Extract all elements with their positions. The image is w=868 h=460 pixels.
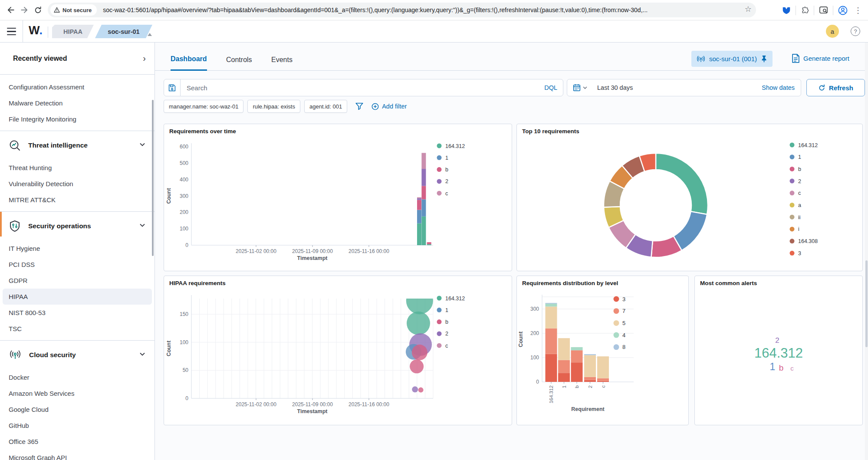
date-picker[interactable]: Last 30 days Show dates (567, 79, 801, 96)
tab-search-icon[interactable] (819, 5, 829, 15)
bubble-2[interactable] (412, 386, 418, 392)
sidebar-scrollbar[interactable] (152, 100, 154, 256)
legend-dot[interactable] (790, 154, 795, 159)
chevron-right-icon[interactable]: › (143, 53, 146, 63)
chevron-down-icon[interactable] (139, 222, 146, 230)
sidebar-item-google-cloud[interactable]: Google Cloud (0, 401, 155, 417)
sidebar-item-docker[interactable]: Docker (0, 369, 155, 385)
legend-dot[interactable] (614, 344, 619, 350)
sidebar-item-microsoft-graph-api[interactable]: Microsoft Graph API (0, 450, 155, 460)
sidebar-section-cloud-security[interactable]: Cloud security (0, 341, 155, 369)
url-text[interactable]: soc-waz-01:5601/app/hipaa#/overview/?tab… (103, 7, 723, 13)
breadcrumb-hipaa[interactable]: HIPAA (52, 25, 94, 38)
profile-icon[interactable] (838, 5, 848, 16)
sidebar-section-security-operations[interactable]: Security operations (0, 212, 155, 240)
reload-icon[interactable] (32, 4, 44, 16)
sidebar-item-tsc[interactable]: TSC (0, 321, 155, 337)
wazuh-logo[interactable]: W. (29, 24, 42, 37)
tag-2[interactable]: 2 (775, 336, 779, 345)
sidebar-section-threat-intelligence[interactable]: Threat intelligence (0, 131, 155, 160)
sidebar-item-file-integrity-monitoring[interactable]: File Integrity Monitoring (0, 111, 155, 127)
chevron-down-icon[interactable] (139, 351, 146, 359)
tab-events[interactable]: Events (271, 49, 293, 71)
sidebar-item-gdpr[interactable]: GDPR (0, 273, 155, 289)
forward-icon[interactable] (18, 4, 30, 16)
show-dates-link[interactable]: Show dates (762, 84, 795, 91)
bubble-b[interactable] (412, 345, 427, 360)
sidebar-item-mitre-att-ck[interactable]: MITRE ATT&CK (0, 192, 155, 208)
sidebar-item-amazon-web-services[interactable]: Amazon Web Services (0, 385, 155, 401)
sidebar-item-nist-800-53[interactable]: NIST 800-53 (0, 305, 155, 321)
browser-menu-kebab-icon[interactable]: ⋮ (854, 6, 862, 15)
legend-dot[interactable] (790, 227, 795, 231)
requirements-over-time-chart[interactable]: 01002003004005006002025-11-02 00:002025-… (164, 124, 513, 272)
legend-dot[interactable] (790, 179, 795, 184)
search-input[interactable]: Search (187, 84, 544, 92)
legend-dot[interactable] (437, 144, 442, 148)
sidebar-item-it-hygiene[interactable]: IT Hygiene (0, 240, 155, 256)
avatar[interactable]: a (826, 25, 839, 38)
legend-dot[interactable] (437, 155, 442, 160)
sidebar-item-threat-hunting[interactable]: Threat Hunting (0, 160, 155, 176)
top-10-requirements-donut-chart[interactable]: 164.3121b2caiii164.3083 (517, 124, 863, 272)
legend-dot[interactable] (437, 191, 442, 196)
tab-dashboard[interactable]: Dashboard (171, 49, 207, 71)
legend-dot[interactable] (790, 215, 795, 220)
tag-c[interactable]: c (790, 365, 794, 372)
agent-pill[interactable]: soc-sur-01 (001) (691, 51, 773, 67)
hamburger-menu-icon[interactable] (0, 20, 23, 43)
address-bar[interactable]: Not secure soc-waz-01:5601/app/hipaa#/ov… (48, 3, 756, 17)
bubble-b[interactable] (410, 359, 424, 373)
sidebar-item-github[interactable]: GitHub (0, 417, 155, 434)
bubble-b[interactable] (418, 388, 424, 393)
generate-report-button[interactable]: Generate report (792, 54, 849, 63)
hipaa-requirements-bubble-chart[interactable]: 0501001502025-11-02 00:002025-11-09 00:0… (164, 276, 513, 426)
legend-dot[interactable] (790, 239, 795, 243)
tag-b[interactable]: b (779, 363, 784, 373)
bookmark-star-icon[interactable]: ☆ (745, 4, 752, 14)
legend-dot[interactable] (437, 319, 442, 324)
legend-dot[interactable] (437, 308, 442, 312)
tab-controls[interactable]: Controls (226, 49, 252, 71)
filter-pill[interactable]: rule.hipaa: exists (247, 100, 300, 113)
legend-dot[interactable] (790, 191, 795, 195)
tag-1[interactable]: 1 (770, 361, 776, 373)
dql-toggle[interactable]: DQL (544, 84, 557, 91)
sidebar-item-vulnerability-detection[interactable]: Vulnerability Detection (0, 176, 155, 192)
legend-dot[interactable] (790, 251, 795, 256)
requirements-distribution-chart[interactable]: 0100200300164.3121b2cRequirementCount375… (517, 276, 689, 426)
sidebar-scroll-up-icon[interactable] (148, 33, 152, 36)
legend-dot[interactable] (437, 296, 442, 301)
legend-dot[interactable] (614, 296, 619, 302)
legend-dot[interactable] (437, 179, 442, 184)
sidebar-item-office-365[interactable]: Office 365 (0, 434, 155, 450)
pin-icon[interactable] (761, 55, 767, 62)
legend-dot[interactable] (790, 203, 795, 207)
legend-dot[interactable] (437, 331, 442, 336)
legend-dot[interactable] (614, 320, 619, 326)
sidebar-item-pci-dss[interactable]: PCI DSS (0, 256, 155, 273)
help-icon[interactable]: ? (851, 26, 860, 36)
sidebar-item-hipaa[interactable]: HIPAA (3, 289, 152, 305)
chevron-down-icon[interactable] (139, 141, 146, 150)
extensions-puzzle-icon[interactable] (800, 6, 809, 15)
breadcrumb-agent[interactable]: soc-sur-01 (95, 25, 152, 38)
back-icon[interactable] (5, 4, 17, 16)
donut-slice-164.312[interactable] (656, 153, 708, 214)
legend-dot[interactable] (437, 343, 442, 348)
sidebar-item-malware-detection[interactable]: Malware Detection (0, 95, 155, 111)
legend-dot[interactable] (614, 332, 619, 338)
save-query-button[interactable] (164, 79, 181, 96)
bubble-164.312[interactable] (406, 287, 433, 314)
page-scrollbar-track[interactable] (865, 43, 868, 460)
not-secure-badge[interactable]: Not secure (50, 4, 97, 16)
sidebar-item-configuration-assessment[interactable]: Configuration Assessment (0, 79, 155, 95)
recently-viewed-header[interactable]: Recently viewed › (0, 43, 155, 75)
add-filter-button[interactable]: Add filter (372, 103, 407, 110)
malwarebytes-extension-icon[interactable] (782, 6, 791, 15)
bubble-164.312[interactable] (407, 312, 430, 335)
legend-dot[interactable] (790, 143, 795, 148)
legend-dot[interactable] (614, 308, 619, 314)
refresh-button[interactable]: Refresh (806, 79, 865, 96)
filter-funnel-icon[interactable] (355, 102, 364, 111)
